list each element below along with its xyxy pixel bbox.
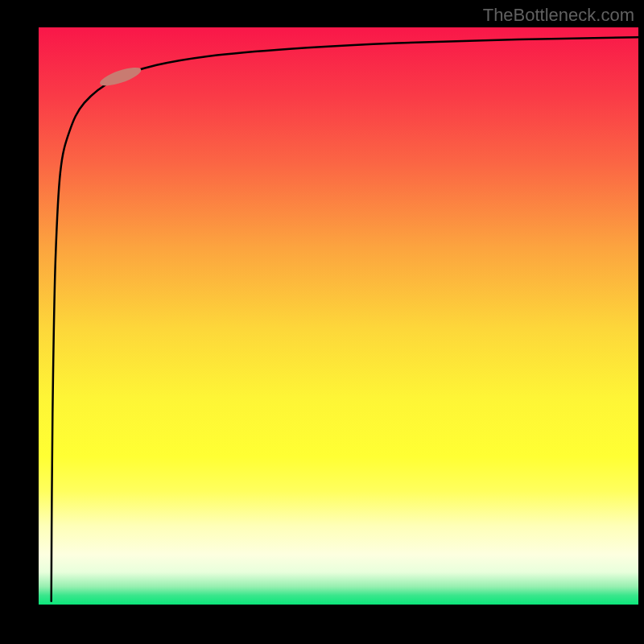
curve-line [52,37,638,601]
chart-curve-layer [36,27,638,607]
watermark-text: TheBottleneck.com [483,5,634,26]
curve-marker [98,64,143,89]
svg-point-0 [98,64,143,89]
